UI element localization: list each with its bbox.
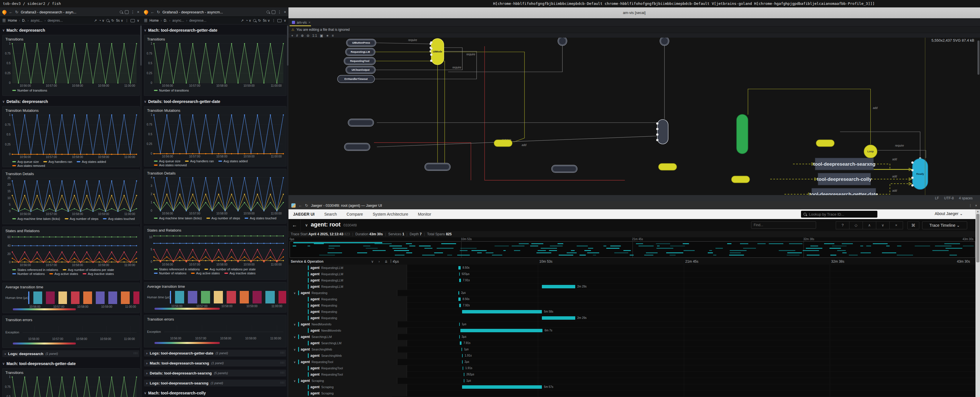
browser-back-icon[interactable]: ← (298, 203, 302, 207)
pan-icon[interactable]: ⌖ (291, 33, 293, 38)
trace-id-search-box[interactable] (801, 211, 877, 218)
trace-nav-icon[interactable]: ? (836, 221, 850, 229)
trace-span-row[interactable]: ∨agentScraping1µs (288, 378, 976, 384)
status-item[interactable]: UTF-8 (944, 195, 954, 201)
chevron-down-icon[interactable]: ∨ (284, 19, 286, 22)
graph-node-UIButtonPress[interactable]: UIButtonPress (346, 39, 376, 46)
trace-span-row[interactable]: ∨agentRequestingTool2µs (288, 359, 976, 365)
span-timeline-cell[interactable]: 1µs (392, 378, 976, 384)
span-name-cell[interactable]: agentRequestingLLM (288, 284, 407, 290)
column-resize-handle[interactable]: ∥ (390, 259, 392, 263)
span-bar[interactable] (462, 385, 542, 389)
timeline-block[interactable] (108, 292, 117, 304)
legend-item[interactable]: Avg number of steps (206, 217, 240, 220)
trace-span-row[interactable]: agentRequesting2m 29s (288, 315, 976, 321)
span-timeline-cell[interactable]: 2µs (392, 290, 976, 297)
breadcrumb-item[interactable]: Home (8, 19, 17, 22)
span-timeline-cell[interactable]: 8.56s (392, 296, 976, 303)
jaeger-brand[interactable]: JAEGER UI (293, 212, 314, 217)
span-timeline-cell[interactable] (392, 390, 976, 397)
trace-span-row[interactable]: agentRequesting7.92s (288, 302, 976, 309)
trace-nav-icon[interactable]: ∨ (876, 221, 889, 229)
dashboard-row-header[interactable]: ∨Details: deepresearch (2, 98, 139, 105)
back-to-search-button[interactable]: ← (288, 219, 301, 231)
timeline-block[interactable] (46, 292, 55, 304)
extension-icon[interactable] (125, 10, 129, 14)
refresh-interval-select[interactable]: 5s ∨ (263, 19, 270, 22)
legend-item[interactable]: Avg queue size (154, 159, 180, 163)
span-timeline-cell[interactable]: 3µs (392, 334, 976, 340)
span-bar[interactable] (464, 379, 465, 383)
tab-menu-icon[interactable]: ⋮ (131, 10, 135, 14)
fit-content-icon[interactable]: ▣ (320, 33, 323, 38)
timeline-block[interactable] (201, 291, 210, 303)
tab-close-icon[interactable]: × (137, 10, 139, 14)
row-drag-handle[interactable]: ∷∷ (280, 351, 285, 354)
window-close-icon[interactable]: × (975, 203, 977, 207)
grafana-panel[interactable]: Transitions10.750.50.25010:56:0010:57:00… (2, 35, 140, 96)
span-bar[interactable] (459, 279, 461, 282)
zoom-in-icon[interactable]: ⊕ (301, 33, 304, 38)
legend-item[interactable]: Avg machine time taken (ticks) (12, 217, 60, 220)
trace-span-row[interactable]: agentRequestingLLM920µs (288, 271, 976, 277)
goland-title-bar[interactable]: am-vis [secai] (288, 7, 980, 18)
trace-span-row[interactable]: agentRequestingTool1.91s (288, 365, 976, 371)
span-name-cell[interactable]: agentRequesting (288, 296, 407, 303)
menu-item-search[interactable]: Search (324, 212, 337, 217)
graph-node-tool-deepresearch-colly[interactable]: tool-deepresearch-colly (817, 173, 872, 185)
tab-close-icon[interactable]: × (309, 21, 310, 24)
span-bar[interactable] (459, 322, 460, 326)
span-timeline-cell[interactable]: 1µs (392, 321, 976, 328)
menu-item-compare[interactable]: Compare (347, 212, 363, 217)
span-name-cell[interactable]: agentRequestingLLM (288, 265, 407, 271)
span-bar[interactable] (459, 304, 461, 307)
span-name-cell[interactable]: ∨agentRequestingTool (288, 359, 397, 365)
legend-item[interactable]: Avg number of relations per state (63, 268, 114, 271)
timeline-block[interactable] (227, 291, 236, 303)
status-item[interactable]: LF (935, 195, 939, 201)
span-bar[interactable] (460, 329, 543, 332)
span-name-cell[interactable]: agentRequesting (288, 309, 407, 315)
grafana-panel[interactable]: Transition Mutations10.750.50.25010:56:0… (2, 106, 140, 167)
legend-item[interactable]: Avg machine time taken (ticks) (154, 217, 202, 220)
breadcrumb-item[interactable]: D. (164, 19, 167, 22)
graph-node-unlabeled[interactable] (659, 163, 677, 170)
span-name-cell[interactable]: agentRequestingLLM (288, 277, 407, 284)
legend-item[interactable]: Number of relations (12, 272, 45, 276)
span-bar[interactable] (458, 266, 460, 269)
tab-close-icon[interactable]: × (284, 10, 286, 14)
span-bar[interactable] (459, 335, 460, 338)
menu-icon[interactable]: ☰ (2, 18, 6, 23)
dashboard-row-header[interactable]: ∨Mach: tool-deepresearch-getter-date (144, 27, 286, 33)
timeline-block[interactable] (96, 292, 105, 304)
zoom-out-icon[interactable]: ⊖ (307, 33, 310, 38)
span-name-cell[interactable]: ∨agentNeedMoreInfo (288, 321, 397, 328)
span-bar[interactable] (463, 367, 463, 370)
graph-node-unlabeled[interactable] (737, 114, 748, 154)
chevron-down-icon[interactable]: ∨ (137, 19, 139, 22)
span-bar[interactable] (542, 316, 575, 320)
tab-title[interactable]: Grafana3 - deepresearch - asyn... (21, 10, 76, 14)
grafana-panel[interactable]: Transition errorsException10:56:0010:57:… (2, 316, 140, 348)
collapse-chevron-icon[interactable]: ∨ (305, 223, 308, 227)
collapse-controls[interactable]: ∨ › ⇊ » (371, 260, 396, 263)
breadcrumb-item[interactable]: Home (150, 19, 159, 22)
span-timeline-cell[interactable]: 8.50s (392, 265, 976, 271)
span-bar[interactable] (458, 291, 459, 295)
structure-icon[interactable]: ≡ (332, 33, 334, 38)
legend-item[interactable]: Avg handlers ran (43, 160, 72, 163)
span-timeline-cell[interactable]: 2m 29s (392, 315, 976, 321)
tv-mode-icon[interactable] (277, 19, 282, 22)
nav-menu-icon[interactable]: ⋮ (272, 19, 275, 22)
row-drag-handle[interactable]: ∷∷ (280, 371, 285, 374)
menu-item-system-architecture[interactable]: System Architecture (372, 212, 408, 217)
trace-span-row[interactable]: agentSearchingLLM7.91s (288, 340, 976, 346)
refresh-interval-select[interactable]: 5s ∨ (116, 19, 123, 22)
graph-node-unlabeled[interactable] (344, 143, 370, 151)
dashboard-row-collapsed[interactable]: ›Logs: tool-deepresearch-getter-date(1 p… (144, 350, 286, 357)
row-drag-handle[interactable]: ∷∷ (134, 352, 138, 355)
trace-span-row[interactable]: agentRequesting8.56s (288, 296, 976, 302)
time-range-picker[interactable]: ◔ ∨ (99, 19, 104, 22)
grafana-panel[interactable]: Transitions10.750.50.25010:56:0010:57:00… (2, 368, 140, 397)
span-timeline-cell[interactable]: 1µs (392, 346, 976, 353)
